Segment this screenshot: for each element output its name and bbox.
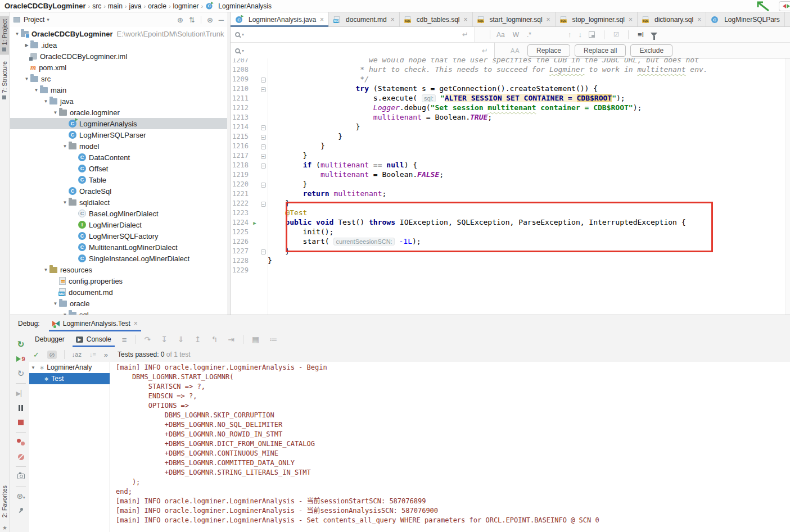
search-icon[interactable]	[235, 32, 240, 37]
code-line[interactable]: 1213 multitenant = Boolean.TRUE;	[231, 112, 790, 122]
test-tree-item-logmineranaly[interactable]: ▼∗LogminerAnaly	[29, 362, 110, 373]
rerun-button[interactable]: ↻	[12, 337, 29, 352]
tree-item-logminersqlfactory[interactable]: CLogMinerSQLFactory	[10, 230, 227, 242]
editor-tab-cdb-tables-sql[interactable]: SQLcdb_tables.sql×	[400, 12, 473, 26]
fold-minus-icon[interactable]: −	[261, 154, 266, 159]
code-editor[interactable]: 1207 we would hope that the user specifi…	[231, 56, 790, 315]
view-breakpoints-button[interactable]	[12, 435, 29, 449]
preserve-case-toggle[interactable]: AA	[511, 47, 520, 54]
select-all-occurrences-icon[interactable]	[589, 31, 595, 38]
newline-icon[interactable]: ↵	[482, 47, 488, 55]
tree-item-logminerdialect[interactable]: ILogMinerDialect	[10, 219, 227, 230]
stop-button[interactable]	[12, 415, 29, 430]
tree-expand-arrow[interactable]: ▼	[29, 365, 37, 370]
code-line[interactable]: 1229	[231, 265, 790, 275]
debug-session-tab[interactable]: LogminerAnalysis.Test ×	[49, 315, 141, 331]
replace-history-caret[interactable]: ▾	[242, 48, 244, 53]
locate-file-icon[interactable]: ⊕	[177, 16, 183, 24]
close-icon[interactable]: ×	[547, 16, 550, 24]
fold-minus-icon[interactable]: −	[261, 125, 266, 130]
fold-marker[interactable]: −	[259, 199, 268, 207]
tree-expand-arrow[interactable]: ▼	[13, 31, 21, 37]
test-tree-item-test[interactable]: ∗Test	[29, 373, 110, 384]
tree-item-oracle[interactable]: ▼oracle	[10, 298, 227, 309]
tree-item-sql[interactable]: ▼sql	[10, 309, 227, 315]
tree-item-oraclecdcbylogminer-iml[interactable]: OracleCDCByLogminer.iml	[10, 51, 227, 62]
editor-scrollbar[interactable]	[786, 56, 790, 315]
chevron-down-icon[interactable]: ▾	[47, 17, 49, 22]
replace-button[interactable]: Replace	[527, 44, 570, 57]
tree-item-src[interactable]: ▼src	[10, 73, 227, 84]
code-line[interactable]: 1222− }	[231, 198, 790, 208]
tree-expand-arrow[interactable]: ▼	[61, 144, 69, 149]
fold-marker[interactable]: −	[259, 84, 268, 93]
force-step-into-icon[interactable]: ⇓	[178, 335, 184, 344]
fold-marker[interactable]: −	[259, 142, 268, 150]
tree-item-logminersqlparser[interactable]: CLogMinerSQLParser	[10, 129, 227, 140]
tree-item-sqldialect[interactable]: ▼sqldialect	[10, 197, 227, 208]
sidebar-toolwindow-structure[interactable]: 7: Structure	[0, 58, 9, 103]
newline-icon[interactable]: ↵	[462, 30, 468, 39]
fold-minus-icon[interactable]: −	[261, 163, 266, 169]
tree-expand-arrow[interactable]: ▼	[42, 267, 49, 272]
tree-item-oracle-logminer[interactable]: ▼oracle.logminer	[10, 107, 227, 118]
thread-dump-button[interactable]	[12, 469, 29, 484]
debug-tab-console[interactable]: ▶Console	[70, 331, 117, 347]
debug-tab-debugger[interactable]: Debugger	[29, 331, 70, 347]
sidebar-toolwindow-project[interactable]: 1: Project	[0, 16, 9, 54]
tree-item-java[interactable]: ▼java	[10, 96, 227, 107]
code-line[interactable]: 1224▶ public void Test() throws IOExcept…	[231, 217, 790, 227]
tree-expand-arrow[interactable]: ▼	[23, 76, 30, 81]
hide-panel-icon[interactable]: ─	[219, 16, 224, 24]
fold-marker[interactable]: −	[259, 161, 268, 169]
tree-item-document-md[interactable]: MDdocument.md	[10, 287, 227, 298]
code-line[interactable]: 1218− if (multitenant == null) {	[231, 160, 790, 170]
resume-button[interactable]: ▶▏	[12, 386, 29, 401]
code-line[interactable]: 1211 s.execute( sql: "ALTER SESSION SET …	[231, 93, 790, 103]
console-panel[interactable]: [main] INFO oracle.logminer.LogminerAnal…	[110, 362, 790, 532]
sort-by-duration-icon[interactable]: ↓≡	[89, 351, 96, 358]
code-line[interactable]: 1212 Logger.debug("Set session multitena…	[231, 103, 790, 112]
breadcrumb-item[interactable]: oracle	[148, 2, 166, 10]
step-over-icon[interactable]: ↷	[145, 335, 151, 344]
code-line[interactable]: 1216− }	[231, 141, 790, 151]
next-occurrence-icon[interactable]: ↓	[579, 30, 583, 39]
tree-item-datacontent[interactable]: CDataContent	[10, 152, 227, 163]
more-actions-icon[interactable]: »	[104, 351, 108, 359]
code-line[interactable]: 1223 @Test	[231, 208, 790, 217]
tree-expand-arrow[interactable]: ▼	[52, 110, 59, 115]
fold-marker[interactable]: −	[259, 151, 268, 160]
sidebar-toolwindow-favorites[interactable]: 2: Favorites	[0, 482, 9, 521]
project-view-selector[interactable]: Project	[24, 16, 44, 24]
restore-layout-icon[interactable]: ▦	[252, 335, 259, 344]
breadcrumb-item[interactable]: java	[129, 2, 142, 10]
tree-collapse-arrow[interactable]: ▶	[23, 43, 30, 48]
pin-button[interactable]	[12, 503, 29, 518]
tree-expand-arrow[interactable]: ▼	[52, 301, 59, 306]
toolwindow-menu-icon[interactable]: ≡	[122, 335, 127, 344]
step-out-icon[interactable]: ↥	[195, 335, 201, 344]
code-line[interactable]: 1215− }	[231, 131, 790, 141]
close-icon[interactable]: ×	[464, 16, 468, 24]
editor-tab-logminersqlpars[interactable]: CLogMinerSQLPars	[706, 12, 785, 26]
replace-input[interactable]	[247, 43, 494, 58]
code-line[interactable]: 1221 return multitenant;	[231, 189, 790, 198]
code-line[interactable]: 1209− */	[231, 74, 790, 84]
layout-settings-icon[interactable]: ≔	[269, 335, 277, 344]
exclude-button[interactable]: Exclude	[630, 44, 672, 57]
collapse-all-icon[interactable]: ⇅	[189, 16, 195, 24]
mute-breakpoints-button[interactable]	[12, 449, 29, 464]
replace-all-button[interactable]: Replace all	[575, 44, 626, 57]
editor-tab-document-md[interactable]: MDdocument.md×	[329, 12, 400, 26]
breadcrumb-item[interactable]: OracleCDCByLogminer	[4, 2, 85, 10]
code-line[interactable]: 1220− }	[231, 179, 790, 189]
close-icon[interactable]: ×	[134, 320, 138, 328]
code-line[interactable]: 1210− try (Statement s = getConnection()…	[231, 84, 790, 93]
tree-expand-arrow[interactable]: ▼	[33, 88, 40, 93]
rerun-failed-tests-button[interactable]: 9	[12, 352, 29, 366]
code-line[interactable]: 1225 init();	[231, 227, 790, 237]
run-to-cursor-icon[interactable]: ⇥	[228, 335, 234, 344]
tree-item-main[interactable]: ▼main	[10, 84, 227, 96]
fold-marker[interactable]: −	[259, 132, 268, 140]
code-line[interactable]: 1217− }	[231, 151, 790, 160]
